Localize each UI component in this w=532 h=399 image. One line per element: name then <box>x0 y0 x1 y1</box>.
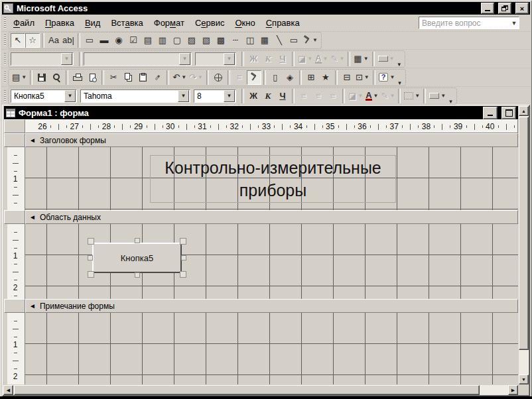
vertical-ruler-detail[interactable]: 12 <box>4 224 25 299</box>
object-name-combo-dropdown-icon[interactable]: ▼ <box>64 90 76 102</box>
border-width-button[interactable]: ▼ <box>403 89 421 103</box>
menu-item-window[interactable]: Окно <box>230 17 260 29</box>
vertical-scroll-thumb[interactable] <box>519 117 529 350</box>
form-title-label[interactable]: Контрольно-измерительные приборы <box>150 155 396 203</box>
underline-button[interactable]: Ч <box>275 89 290 103</box>
selection-handle-se[interactable] <box>180 271 186 278</box>
control-wizards-tool[interactable]: ☆ <box>25 33 40 48</box>
print-button[interactable] <box>70 70 85 85</box>
section-selector-form-footer[interactable] <box>4 299 25 313</box>
rectangle-tool[interactable]: ▭ <box>287 33 301 48</box>
toolbar-overflow-button[interactable]: ▾ <box>449 93 452 105</box>
option-group-tool[interactable]: ▭ <box>82 33 97 48</box>
toolbar-grip-icon[interactable] <box>4 72 6 83</box>
line-width-button[interactable]: ▦▼ <box>352 52 369 66</box>
question-dropdown-icon[interactable]: ▼ <box>509 20 519 27</box>
form-minimize-button[interactable] <box>483 107 498 119</box>
section-bar-form-header[interactable]: ◄Заголовок формы <box>25 133 518 147</box>
vertical-scrollbar[interactable]: ▲ ▼ <box>519 106 529 384</box>
font-size-combo-dropdown-icon[interactable]: ▼ <box>224 90 235 102</box>
design-grid-form-header[interactable]: Контрольно-измерительные приборы <box>25 147 518 210</box>
design-grid-form-footer[interactable] <box>25 313 518 384</box>
help-button[interactable]: ?▼ <box>377 70 397 85</box>
scroll-down-button[interactable]: ▼ <box>519 374 529 384</box>
paste-button[interactable] <box>135 70 150 85</box>
horizontal-scroll-thumb[interactable] <box>14 385 480 395</box>
combobox-tool[interactable]: ▤ <box>141 33 155 48</box>
textbox-tool[interactable]: ab| <box>61 33 76 48</box>
checkbox-tool[interactable]: ☑ <box>126 33 141 48</box>
subform-tool[interactable]: ▦ <box>257 33 272 48</box>
cut-button[interactable]: ✂ <box>106 70 121 85</box>
font-color-button[interactable]: А▼ <box>364 89 379 103</box>
vertical-ruler-form-header[interactable]: 1 <box>4 147 25 210</box>
more-controls-button[interactable]: ▼ <box>301 33 319 48</box>
format-painter-button[interactable] <box>150 70 165 85</box>
selection-handle-ne[interactable] <box>180 238 186 245</box>
design-grid-detail[interactable]: Кнопка5 <box>25 224 518 299</box>
font-size-combo[interactable]: 8▼ <box>194 89 236 103</box>
object-name-combo[interactable]: Кнопка5▼ <box>11 89 77 103</box>
selection-handle-s[interactable] <box>135 272 140 278</box>
form-maximize-button[interactable] <box>501 107 516 119</box>
section-bar-form-footer[interactable]: ◄Примечание формы <box>25 299 518 313</box>
toolbar-grip-icon[interactable] <box>4 34 6 46</box>
image-tool[interactable]: ▨ <box>184 33 199 48</box>
scroll-up-button[interactable]: ▲ <box>519 106 529 116</box>
code-button[interactable]: ▯ <box>268 70 283 85</box>
build-button[interactable]: ★ <box>318 70 333 85</box>
selection-handle-w[interactable] <box>88 255 93 260</box>
form-selector-box[interactable] <box>4 119 25 133</box>
command-button-tool[interactable]: ▢ <box>170 33 184 48</box>
view-button[interactable]: ▤▼ <box>11 70 28 85</box>
toolbar-grip-icon[interactable] <box>4 17 6 28</box>
toolbar-overflow-button[interactable]: ▾ <box>398 56 401 68</box>
menu-item-format[interactable]: Формат <box>149 17 190 29</box>
insert-hyperlink-button[interactable] <box>211 70 226 85</box>
copy-button[interactable] <box>121 70 135 85</box>
menu-item-file[interactable]: Файл <box>8 17 40 29</box>
undo-button[interactable]: ↶▼ <box>171 70 188 85</box>
menu-item-tools[interactable]: Сервис <box>190 17 230 29</box>
database-window-button[interactable]: ⊟ <box>340 70 354 85</box>
selection-handle-sw[interactable] <box>88 271 94 278</box>
autoformat-button[interactable]: ◈ <box>283 70 297 85</box>
bound-object-frame-tool[interactable]: ▩ <box>214 33 228 48</box>
toolbar-grip-icon[interactable] <box>4 90 6 101</box>
listbox-tool[interactable]: ▥ <box>155 33 170 48</box>
file-search-button[interactable] <box>49 70 64 85</box>
select-tool[interactable]: ↖ <box>11 33 25 48</box>
line-tool[interactable]: ╲ <box>272 33 287 48</box>
section-selector-detail[interactable] <box>4 210 25 224</box>
form-title-bar[interactable]: Форма1 : форма <box>4 106 518 119</box>
section-selector-form-header[interactable] <box>4 133 25 147</box>
page-break-tool[interactable]: ┄ <box>228 33 243 48</box>
vertical-ruler-form-footer[interactable]: 12 <box>4 313 25 384</box>
scroll-left-button[interactable]: ◀ <box>3 385 13 395</box>
horizontal-scrollbar[interactable]: ◀ ▶ <box>3 385 518 395</box>
minimize-button[interactable] <box>481 3 494 14</box>
tab-control-tool[interactable]: ◫ <box>243 33 257 48</box>
menu-item-insert[interactable]: Вставка <box>105 17 148 29</box>
toolbox-button[interactable] <box>247 70 261 85</box>
scroll-right-button[interactable]: ▶ <box>508 385 518 395</box>
section-bar-detail[interactable]: ◄Область данных <box>25 210 518 224</box>
label-tool[interactable]: Aa <box>46 33 61 48</box>
font-name-combo-dropdown-icon[interactable]: ▼ <box>178 90 189 102</box>
toolbar-grip-icon[interactable] <box>4 53 6 64</box>
selection-handle-e[interactable] <box>181 255 186 260</box>
toggle-button-tool[interactable]: ▬ <box>97 33 111 48</box>
bold-button[interactable]: Ж <box>246 89 261 103</box>
new-object-button[interactable]: ⊡▼ <box>354 70 371 85</box>
properties-button[interactable]: ⊞ <box>304 70 318 85</box>
italic-button[interactable]: К <box>261 89 275 103</box>
selection-handle-nw[interactable] <box>88 238 94 245</box>
print-preview-button[interactable] <box>85 70 100 85</box>
menu-item-edit[interactable]: Правка <box>40 17 80 29</box>
horizontal-ruler[interactable]: 26272829303132333435363738394041 <box>25 119 518 133</box>
restore-button[interactable] <box>498 3 511 14</box>
close-button[interactable]: × <box>515 3 529 14</box>
toolbar-overflow-button[interactable]: ▾ <box>398 74 401 86</box>
special-effect-button[interactable]: ▼ <box>428 89 447 103</box>
menu-item-help[interactable]: Справка <box>261 17 305 29</box>
